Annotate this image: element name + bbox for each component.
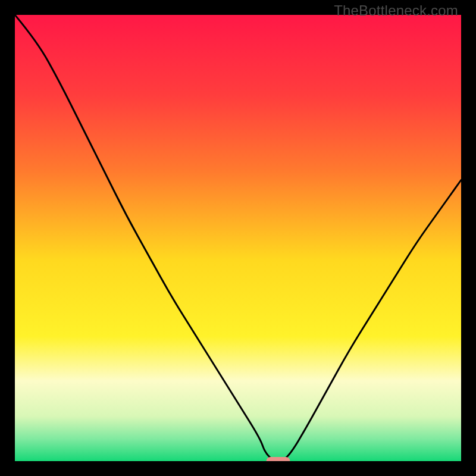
chart-frame (15, 15, 461, 461)
optimal-marker (267, 457, 290, 461)
bottleneck-chart (15, 15, 461, 461)
watermark-text: TheBottleneck.com (334, 2, 458, 19)
gradient-background (15, 15, 461, 461)
